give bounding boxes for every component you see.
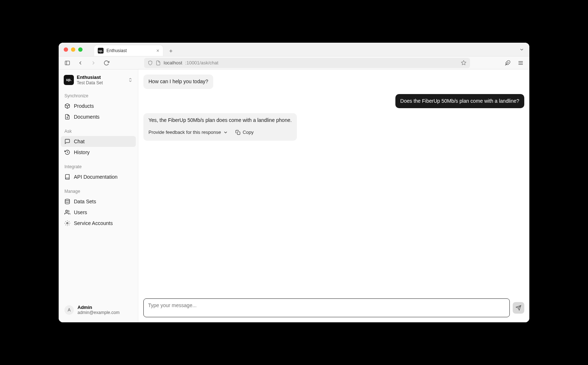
tabs-row: up. Enthusiast ×	[94, 43, 176, 56]
assistant-message: How can I help you today?	[143, 75, 213, 89]
browser-toolbar: localhost:10001/ask/chat	[59, 56, 529, 69]
extensions-button[interactable]	[503, 58, 513, 68]
workspace-name: Enthusiast	[77, 75, 103, 80]
nav-chat[interactable]: Chat	[61, 136, 136, 147]
traffic-lights	[59, 47, 83, 52]
copy-button[interactable]: Copy	[235, 129, 253, 136]
message-row-assistant: How can I help you today?	[143, 75, 524, 89]
section-integrate: Integrate	[61, 158, 136, 171]
workspace-text: Enthusiast Test Data Set	[77, 75, 103, 85]
svg-point-14	[67, 222, 68, 224]
chat-scroll: How can I help you today? Does the Fiber…	[138, 69, 529, 293]
svg-marker-4	[461, 60, 466, 65]
nav-label: History	[74, 149, 90, 155]
action-label: Copy	[243, 129, 253, 136]
copy-icon	[235, 130, 240, 135]
window-minimize-button[interactable]	[71, 47, 75, 52]
users-icon	[64, 209, 70, 215]
message-input[interactable]	[143, 298, 510, 317]
window-maximize-button[interactable]	[78, 47, 83, 52]
window-close-button[interactable]	[64, 47, 68, 52]
sidebar: up. Enthusiast Test Data Set Synchronize…	[59, 69, 138, 322]
nav-label: Documents	[74, 114, 100, 120]
sidebar-toggle-button[interactable]	[62, 58, 72, 68]
back-button[interactable]	[75, 58, 85, 68]
user-menu[interactable]: A Admin admin@example.com	[61, 301, 136, 319]
browser-window: up. Enthusiast ×	[59, 43, 529, 322]
titlebar: up. Enthusiast ×	[59, 43, 529, 56]
nav-products[interactable]: Products	[61, 101, 136, 111]
bookmark-icon[interactable]	[461, 60, 466, 65]
address-bar-wrap: localhost:10001/ask/chat	[114, 58, 500, 68]
nav-label: Users	[74, 209, 87, 215]
app: up. Enthusiast Test Data Set Synchronize…	[59, 69, 529, 322]
key-icon	[64, 220, 70, 226]
action-label: Provide feedback for this response	[148, 129, 221, 136]
chat-icon	[64, 139, 70, 144]
user-email: admin@example.com	[77, 310, 119, 315]
workspace-logo: up.	[64, 75, 74, 85]
url-path: :10001/ask/chat	[185, 60, 218, 65]
nav-history[interactable]: History	[61, 147, 136, 158]
user-name: Admin	[77, 305, 119, 310]
tab-close-icon[interactable]: ×	[156, 48, 159, 54]
user-message: Does the FiberUp 50Mb/s plan come with a…	[395, 94, 524, 109]
nav-data-sets[interactable]: Data Sets	[61, 196, 136, 207]
avatar: A	[64, 305, 74, 315]
send-button[interactable]	[513, 302, 524, 314]
svg-point-13	[66, 210, 67, 212]
shield-icon	[148, 60, 153, 65]
forward-button[interactable]	[88, 58, 98, 68]
browser-tab[interactable]: up. Enthusiast ×	[94, 45, 163, 56]
svg-rect-2	[65, 61, 70, 65]
file-icon	[64, 114, 70, 120]
send-icon	[516, 305, 521, 311]
nav-label: Products	[74, 103, 94, 109]
chevrons-up-down-icon	[128, 77, 133, 82]
section-manage: Manage	[61, 182, 136, 196]
svg-rect-15	[237, 132, 240, 135]
nav-label: Service Accounts	[74, 220, 113, 226]
history-icon	[64, 149, 70, 155]
main: How can I help you today? Does the Fiber…	[138, 69, 529, 322]
nav-service-accounts[interactable]: Service Accounts	[61, 218, 136, 229]
reload-button[interactable]	[101, 58, 112, 68]
nav-documents[interactable]: Documents	[61, 111, 136, 122]
workspace-switcher[interactable]: up. Enthusiast Test Data Set	[61, 73, 136, 87]
nav-api-docs[interactable]: API Documentation	[61, 171, 136, 182]
composer	[138, 293, 529, 322]
svg-point-12	[65, 199, 70, 200]
nav-label: API Documentation	[74, 174, 118, 180]
favicon: up.	[98, 48, 104, 54]
assistant-message-text: Yes, the FiberUp 50Mb/s plan does come w…	[148, 117, 292, 124]
feedback-button[interactable]: Provide feedback for this response	[148, 129, 228, 136]
url-host: localhost	[164, 60, 182, 65]
assistant-message: Yes, the FiberUp 50Mb/s plan does come w…	[143, 113, 297, 141]
database-icon	[64, 199, 70, 204]
new-tab-button[interactable]	[166, 46, 176, 56]
section-ask: Ask	[61, 122, 136, 136]
page-icon	[156, 60, 161, 65]
message-row-assistant: Yes, the FiberUp 50Mb/s plan does come w…	[143, 113, 524, 141]
package-icon	[64, 103, 70, 109]
tabs-dropdown-button[interactable]	[519, 47, 529, 52]
tab-title: Enthusiast	[106, 48, 127, 53]
nav-label: Data Sets	[74, 199, 96, 204]
chevron-down-icon	[223, 130, 228, 135]
nav-users[interactable]: Users	[61, 207, 136, 218]
section-synchronize: Synchronize	[61, 87, 136, 101]
book-icon	[64, 174, 70, 180]
address-bar[interactable]: localhost:10001/ask/chat	[144, 58, 470, 68]
message-actions: Provide feedback for this response Copy	[148, 129, 292, 136]
message-row-user: Does the FiberUp 50Mb/s plan come with a…	[143, 94, 524, 109]
menu-button[interactable]	[516, 58, 526, 68]
nav-label: Chat	[74, 139, 85, 144]
workspace-dataset: Test Data Set	[77, 80, 103, 85]
